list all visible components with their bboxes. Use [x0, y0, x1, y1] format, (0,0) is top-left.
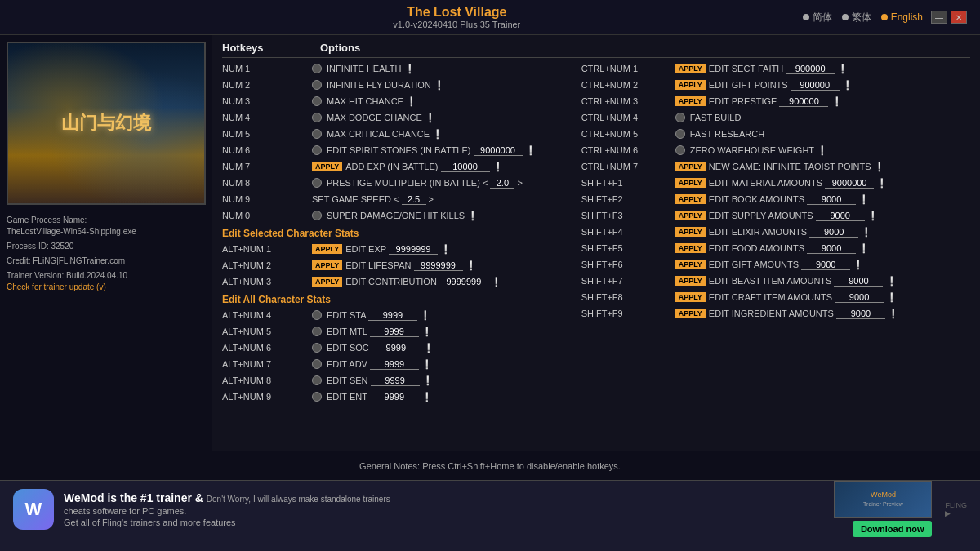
- toggle-num3[interactable]: [312, 96, 322, 106]
- value-shiftf4[interactable]: 9000: [809, 227, 858, 238]
- row-altnum9: ALT+NUM 9 EDIT ENT 9999 ❕: [222, 389, 575, 404]
- toggle-altnum8[interactable]: [312, 375, 322, 385]
- row-num9: NUM 9 SET GAME SPEED < 2.5 >: [222, 192, 575, 207]
- toggle-ctrlnum6[interactable]: [675, 145, 685, 155]
- apply-shiftf9[interactable]: APPLY: [675, 309, 706, 318]
- app-title: The Lost Village: [393, 5, 520, 20]
- value-ctrlnum2[interactable]: 900000: [791, 80, 840, 91]
- value-altnum7[interactable]: 9999: [370, 359, 419, 370]
- row-num7: NUM 7 APPLY ADD EXP (IN BATTLE) 10000 ❕: [222, 159, 575, 174]
- apply-altnum3[interactable]: APPLY: [312, 277, 342, 287]
- download-button[interactable]: Download now: [853, 521, 933, 537]
- value-altnum8[interactable]: 9999: [371, 375, 420, 386]
- main-area: 山门与幻境 Game Process Name: TheLostVillage-…: [0, 35, 980, 451]
- apply-ctrlnum1[interactable]: APPLY: [675, 64, 706, 73]
- left-column: NUM 1 INFINITE HEALTH ❕ NUM 2 INFINITE F…: [222, 61, 581, 406]
- toggle-num6[interactable]: [312, 145, 322, 155]
- row-ctrlnum1: CTRL+NUM 1 APPLY EDIT SECT FAITH 900000 …: [581, 61, 970, 76]
- lang-traditional[interactable]: 繁体: [842, 11, 871, 24]
- value-shiftf2[interactable]: 9000: [807, 194, 856, 205]
- value-shiftf7[interactable]: 9000: [834, 276, 883, 287]
- value-shiftf1[interactable]: 9000000: [825, 178, 874, 189]
- row-altnum3: ALT+NUM 3 APPLY EDIT CONTRIBUTION 999999…: [222, 274, 575, 289]
- row-ctrlnum7: CTRL+NUM 7 APPLY NEW GAME: INFINITE TAOI…: [581, 159, 970, 174]
- value-ctrlnum1[interactable]: 900000: [786, 64, 835, 74]
- apply-shiftf6[interactable]: APPLY: [675, 260, 706, 269]
- process-label: Game Process Name: TheLostVillage-Win64-…: [7, 215, 206, 238]
- row-ctrlnum3: CTRL+NUM 3 APPLY EDIT PRESTIGE 900000 ❕: [581, 94, 970, 109]
- apply-shiftf7[interactable]: APPLY: [675, 276, 706, 286]
- toggle-num2[interactable]: [312, 80, 322, 90]
- toggle-num4[interactable]: [312, 113, 322, 122]
- lang-simplified[interactable]: 简体: [803, 11, 832, 24]
- value-shiftf5[interactable]: 9000: [807, 243, 856, 254]
- toggle-altnum6[interactable]: [312, 343, 322, 353]
- toggle-num1[interactable]: [312, 64, 322, 73]
- apply-shiftf8[interactable]: APPLY: [675, 292, 706, 302]
- value-shiftf3[interactable]: 9000: [816, 211, 865, 221]
- apply-shiftf4[interactable]: APPLY: [675, 227, 706, 237]
- value-shiftf6[interactable]: 9000: [801, 260, 850, 270]
- toggle-altnum5[interactable]: [312, 327, 322, 336]
- right-panel: Hotkeys Options NUM 1 INFINITE HEALTH ❕ …: [212, 35, 980, 451]
- toggle-ctrlnum5[interactable]: [675, 129, 685, 139]
- minimize-button[interactable]: —: [931, 11, 947, 24]
- row-altnum6: ALT+NUM 6 EDIT SOC 9999 ❕: [222, 340, 575, 355]
- edit-all-title: Edit All Character Stats: [222, 294, 575, 305]
- apply-ctrlnum3[interactable]: APPLY: [675, 96, 706, 106]
- apply-shiftf3[interactable]: APPLY: [675, 211, 706, 220]
- value-altnum9[interactable]: 9999: [370, 392, 419, 402]
- value-shiftf8[interactable]: 9000: [835, 292, 884, 303]
- lang-english[interactable]: English: [881, 11, 923, 23]
- info-block: Game Process Name: TheLostVillage-Win64-…: [7, 211, 206, 300]
- row-altnum1: ALT+NUM 1 APPLY EDIT EXP 9999999 ❕: [222, 242, 575, 256]
- value-ctrlnum3[interactable]: 900000: [779, 96, 828, 107]
- radio-simplified: [803, 14, 809, 20]
- toggle-altnum9[interactable]: [312, 392, 322, 402]
- apply-num7[interactable]: APPLY: [312, 162, 342, 171]
- row-shiftf7: SHIFT+F7 APPLY EDIT BEAST ITEM AMOUNTS 9…: [581, 273, 970, 288]
- toggle-num0[interactable]: [312, 211, 322, 220]
- apply-shiftf1[interactable]: APPLY: [675, 178, 706, 188]
- row-altnum8: ALT+NUM 8 EDIT SEN 9999 ❕: [222, 373, 575, 388]
- value-num6[interactable]: 9000000: [474, 145, 523, 156]
- row-shiftf9: SHIFT+F9 APPLY EDIT INGREDIENT AMOUNTS 9…: [581, 306, 970, 321]
- value-num9[interactable]: 2.5: [402, 194, 426, 205]
- value-altnum6[interactable]: 9999: [372, 343, 421, 353]
- row-num1: NUM 1 INFINITE HEALTH ❕: [222, 61, 575, 76]
- toggle-ctrlnum4[interactable]: [675, 113, 685, 122]
- apply-shiftf5[interactable]: APPLY: [675, 243, 706, 253]
- row-shiftf4: SHIFT+F4 APPLY EDIT ELIXIR AMOUNTS 9000 …: [581, 224, 970, 239]
- value-altnum1[interactable]: 9999999: [389, 244, 438, 255]
- apply-ctrlnum7[interactable]: APPLY: [675, 162, 706, 171]
- ad-preview-image: WeMod Trainer Preview: [834, 481, 932, 518]
- value-altnum5[interactable]: 9999: [370, 327, 419, 337]
- toggle-altnum4[interactable]: [312, 310, 322, 320]
- apply-shiftf2[interactable]: APPLY: [675, 194, 706, 204]
- update-link[interactable]: Check for trainer update (v): [7, 282, 106, 291]
- value-shiftf9[interactable]: 9000: [836, 309, 885, 319]
- row-shiftf6: SHIFT+F6 APPLY EDIT GIFT AMOUNTS 9000 ❕: [581, 257, 970, 272]
- apply-ctrlnum2[interactable]: APPLY: [675, 80, 706, 90]
- value-altnum3[interactable]: 9999999: [439, 277, 488, 287]
- apply-altnum2[interactable]: APPLY: [312, 260, 342, 270]
- row-ctrlnum2: CTRL+NUM 2 APPLY EDIT GIFT POINTS 900000…: [581, 78, 970, 92]
- row-shiftf3: SHIFT+F3 APPLY EDIT SUPPLY AMOUNTS 9000 …: [581, 208, 970, 223]
- row-num6: NUM 6 EDIT SPIRIT STONES (IN BATTLE) 900…: [222, 143, 575, 158]
- row-shiftf2: SHIFT+F2 APPLY EDIT BOOK AMOUNTS 9000 ❕: [581, 192, 970, 207]
- app-subtitle: v1.0-v20240410 Plus 35 Trainer: [393, 20, 520, 29]
- radio-english: [881, 14, 888, 20]
- row-num3: NUM 3 MAX HIT CHANCE ❕: [222, 94, 575, 109]
- row-shiftf1: SHIFT+F1 APPLY EDIT MATERIAL AMOUNTS 900…: [581, 176, 970, 190]
- value-num7[interactable]: 10000: [441, 162, 490, 172]
- value-altnum2[interactable]: 9999999: [414, 260, 463, 271]
- radio-traditional: [842, 14, 849, 20]
- value-altnum4[interactable]: 9999: [368, 310, 417, 321]
- toggle-num5[interactable]: [312, 129, 322, 139]
- close-button[interactable]: ✕: [951, 11, 967, 24]
- edit-char-title: Edit Selected Character Stats: [222, 228, 575, 239]
- toggle-num8[interactable]: [312, 178, 322, 188]
- toggle-altnum7[interactable]: [312, 359, 322, 369]
- value-num8[interactable]: 2.0: [490, 178, 514, 189]
- apply-altnum1[interactable]: APPLY: [312, 244, 342, 254]
